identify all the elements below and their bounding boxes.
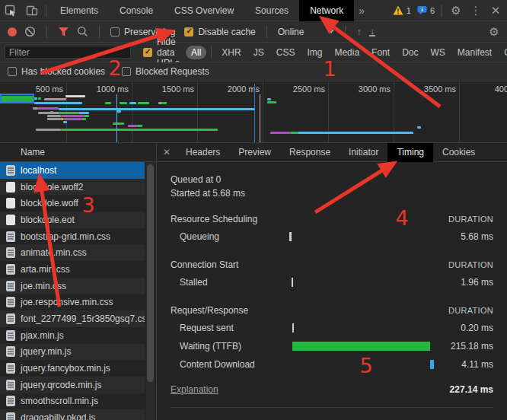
document-file-icon <box>6 346 15 357</box>
request-row-joe-min-css[interactable]: joe.min.css <box>0 278 145 294</box>
detail-tab-strip: ✕ HeadersPreviewResponseInitiatorTimingC… <box>157 143 507 162</box>
name-column-header[interactable]: Name <box>0 143 156 162</box>
timing-section-resource-scheduling: Resource SchedulingDURATIONQueueing5.68 … <box>171 211 493 246</box>
filter-type-ws[interactable]: WS <box>425 46 450 59</box>
timeline-gridline <box>132 81 132 142</box>
device-toolbar-icon[interactable] <box>21 0 43 21</box>
detail-tab-cookies[interactable]: Cookies <box>433 143 484 162</box>
request-row-blockdole-eot[interactable]: blockdole.eot <box>0 212 145 228</box>
request-row-jquery-qrcode-min-js[interactable]: jquery.qrcode.min.js <box>0 377 145 393</box>
checkbox-unchecked[interactable] <box>122 67 131 76</box>
request-row-draggabilly-pkgd-js[interactable]: draggabilly.pkgd.js <box>0 409 145 420</box>
request-row-font-2277499-15r3850gsq7-css[interactable]: font_2277499_15r3850gsq7.css <box>0 310 145 327</box>
timing-sections: Resource SchedulingDURATIONQueueing5.68 … <box>171 211 493 374</box>
checkbox-unchecked[interactable] <box>8 67 17 76</box>
has-blocked-cookies-checkbox[interactable]: Has blocked cookies <box>8 66 105 77</box>
filter-type-font[interactable]: Font <box>366 46 395 59</box>
waterfall-bar <box>38 97 41 100</box>
request-row-arta-min-css[interactable]: arta.min.css <box>0 261 145 278</box>
waterfall-bar <box>290 132 298 134</box>
network-overview-timeline[interactable]: 500 ms1000 ms1500 ms2000 ms2500 ms3000 m… <box>0 81 507 143</box>
document-file-icon <box>6 380 15 390</box>
filter-type-img[interactable]: Img <box>301 46 327 59</box>
checkbox-unchecked[interactable] <box>110 27 120 37</box>
preserve-log-checkbox[interactable]: Preserve log <box>110 27 175 37</box>
request-row-jquery-min-js[interactable]: jquery.min.js <box>0 344 145 361</box>
request-row-localhost[interactable]: localhost <box>0 162 145 179</box>
request-row-blockdole-woff2[interactable]: blockdole.woff2 <box>0 179 145 196</box>
filter-input[interactable] <box>5 46 131 59</box>
request-row-bootstrap-grid-min-css[interactable]: bootstrap-grid.min.css <box>0 228 145 245</box>
detail-tab-initiator[interactable]: Initiator <box>340 143 387 162</box>
explanation-link[interactable]: Explanation <box>171 384 218 395</box>
timing-bar-track <box>285 231 440 242</box>
network-settings-gear-icon[interactable]: ⚙ <box>486 25 502 39</box>
scrollbar-thumb[interactable] <box>147 164 154 382</box>
request-list-scrollbar[interactable] <box>146 162 155 420</box>
timeline-tick-label: 400 <box>495 84 507 94</box>
filter-type-css[interactable]: CSS <box>271 46 301 59</box>
disable-cache-checkbox[interactable]: Disable cache <box>184 27 255 37</box>
filter-type-media[interactable]: Media <box>329 46 365 59</box>
timing-row-request-sent: Request sent0.20 ms <box>171 319 493 337</box>
network-filter-bar: Hide data URLs AllXHRJSCSSImgMediaFontDo… <box>0 43 507 62</box>
divider <box>46 5 46 17</box>
waterfall-bar <box>34 102 82 104</box>
request-name: jquery.fancybox.min.js <box>21 363 110 374</box>
tab-console[interactable]: Console <box>109 0 164 21</box>
duration-column-header: DURATION <box>440 215 493 224</box>
record-network-log-button[interactable] <box>8 27 17 37</box>
blocked-requests-checkbox[interactable]: Blocked Requests <box>122 66 209 77</box>
timing-bar-track <box>285 359 440 370</box>
request-row-joe-responsive-min-css[interactable]: joe.responsive.min.css <box>0 294 145 311</box>
filter-type-xhr[interactable]: XHR <box>216 46 246 59</box>
document-file-icon <box>6 297 15 307</box>
more-options-icon[interactable]: ⋮ <box>467 4 484 18</box>
request-row-animate-min-css[interactable]: animate.min.css <box>0 244 145 261</box>
timing-bar-track <box>285 277 440 288</box>
request-row-blockdole-woff[interactable]: blockdole.woff <box>0 195 145 212</box>
close-devtools-icon[interactable]: ✕ <box>487 4 504 18</box>
filter-type-other[interactable]: Other <box>499 46 507 59</box>
throttling-dropdown[interactable]: Online <box>278 27 335 37</box>
status-badges: 1 6 ⚙ ⋮ ✕ <box>393 4 507 18</box>
blocked-requests-label: Blocked Requests <box>136 66 209 77</box>
checkbox-checked[interactable] <box>143 48 152 57</box>
detail-tab-timing[interactable]: Timing <box>387 143 433 162</box>
import-har-icon[interactable]: ↑ <box>356 26 362 37</box>
filter-funnel-icon[interactable] <box>58 27 69 37</box>
detail-tab-response[interactable]: Response <box>280 143 340 162</box>
more-tabs-icon[interactable]: » <box>354 5 369 17</box>
request-name: joe.responsive.min.css <box>21 297 113 307</box>
export-har-icon[interactable]: ↓ <box>369 27 376 37</box>
request-row-pjax-min-js[interactable]: pjax.min.js <box>0 327 145 344</box>
request-row-smoothscroll-min-js[interactable]: smoothscroll.min.js <box>0 393 145 410</box>
filter-type-manifest[interactable]: Manifest <box>452 46 497 59</box>
timing-row-label: Content Download <box>171 359 285 370</box>
inspect-element-icon[interactable] <box>0 0 21 21</box>
tab-elements[interactable]: Elements <box>49 0 109 21</box>
tab-css-overview[interactable]: CSS Overview <box>164 0 244 21</box>
tab-network[interactable]: Network <box>299 0 354 21</box>
document-file-icon <box>6 330 15 341</box>
close-details-icon[interactable]: ✕ <box>157 147 177 158</box>
detail-tab-preview[interactable]: Preview <box>229 143 280 162</box>
request-row-jquery-fancybox-min-js[interactable]: jquery.fancybox.min.js <box>0 360 145 377</box>
detail-tab-headers[interactable]: Headers <box>177 143 229 162</box>
settings-gear-icon[interactable]: ⚙ <box>448 4 464 18</box>
filter-type-all[interactable]: All <box>186 46 206 59</box>
issues-icon[interactable] <box>417 5 427 15</box>
filter-type-doc[interactable]: Doc <box>397 46 423 59</box>
warning-icon[interactable] <box>393 5 403 15</box>
network-options-bar: Has blocked cookies Blocked Requests <box>0 62 507 81</box>
search-icon[interactable] <box>77 26 88 37</box>
filter-type-js[interactable]: JS <box>248 46 269 59</box>
started-at-text: Started at 5.68 ms <box>171 186 493 200</box>
clear-network-log-icon[interactable] <box>24 26 36 37</box>
tab-sources[interactable]: Sources <box>244 0 299 21</box>
checkbox-checked[interactable] <box>184 27 193 37</box>
timeline-tick-label: 3000 ms <box>359 84 391 94</box>
detail-tabs: HeadersPreviewResponseInitiatorTimingCoo… <box>177 143 484 162</box>
document-file-icon <box>6 231 15 242</box>
request-name: blockdole.woff2 <box>21 182 84 192</box>
